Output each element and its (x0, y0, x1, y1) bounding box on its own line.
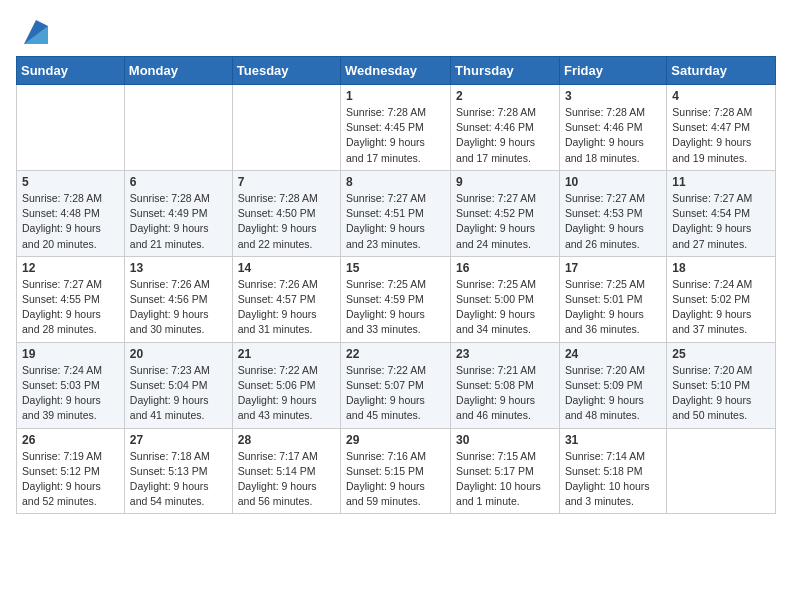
day-cell: 7Sunrise: 7:28 AM Sunset: 4:50 PM Daylig… (232, 170, 340, 256)
week-row-3: 12Sunrise: 7:27 AM Sunset: 4:55 PM Dayli… (17, 256, 776, 342)
day-cell: 24Sunrise: 7:20 AM Sunset: 5:09 PM Dayli… (559, 342, 666, 428)
day-cell: 9Sunrise: 7:27 AM Sunset: 4:52 PM Daylig… (451, 170, 560, 256)
day-number: 2 (456, 89, 554, 103)
day-cell: 6Sunrise: 7:28 AM Sunset: 4:49 PM Daylig… (124, 170, 232, 256)
day-cell: 15Sunrise: 7:25 AM Sunset: 4:59 PM Dayli… (341, 256, 451, 342)
week-row-5: 26Sunrise: 7:19 AM Sunset: 5:12 PM Dayli… (17, 428, 776, 514)
day-info: Sunrise: 7:20 AM Sunset: 5:09 PM Dayligh… (565, 363, 661, 424)
day-number: 13 (130, 261, 227, 275)
day-number: 12 (22, 261, 119, 275)
day-number: 29 (346, 433, 445, 447)
day-number: 25 (672, 347, 770, 361)
day-cell (17, 85, 125, 171)
col-header-monday: Monday (124, 57, 232, 85)
day-number: 19 (22, 347, 119, 361)
day-info: Sunrise: 7:25 AM Sunset: 4:59 PM Dayligh… (346, 277, 445, 338)
col-header-sunday: Sunday (17, 57, 125, 85)
page-header (16, 16, 776, 48)
day-cell: 10Sunrise: 7:27 AM Sunset: 4:53 PM Dayli… (559, 170, 666, 256)
day-number: 28 (238, 433, 335, 447)
day-cell: 18Sunrise: 7:24 AM Sunset: 5:02 PM Dayli… (667, 256, 776, 342)
day-cell: 19Sunrise: 7:24 AM Sunset: 5:03 PM Dayli… (17, 342, 125, 428)
day-cell (124, 85, 232, 171)
day-info: Sunrise: 7:21 AM Sunset: 5:08 PM Dayligh… (456, 363, 554, 424)
day-info: Sunrise: 7:20 AM Sunset: 5:10 PM Dayligh… (672, 363, 770, 424)
day-cell: 12Sunrise: 7:27 AM Sunset: 4:55 PM Dayli… (17, 256, 125, 342)
day-cell (667, 428, 776, 514)
day-cell: 30Sunrise: 7:15 AM Sunset: 5:17 PM Dayli… (451, 428, 560, 514)
day-info: Sunrise: 7:27 AM Sunset: 4:55 PM Dayligh… (22, 277, 119, 338)
day-number: 23 (456, 347, 554, 361)
day-cell: 22Sunrise: 7:22 AM Sunset: 5:07 PM Dayli… (341, 342, 451, 428)
day-cell: 16Sunrise: 7:25 AM Sunset: 5:00 PM Dayli… (451, 256, 560, 342)
day-cell: 3Sunrise: 7:28 AM Sunset: 4:46 PM Daylig… (559, 85, 666, 171)
day-cell: 29Sunrise: 7:16 AM Sunset: 5:15 PM Dayli… (341, 428, 451, 514)
day-info: Sunrise: 7:18 AM Sunset: 5:13 PM Dayligh… (130, 449, 227, 510)
calendar-table: SundayMondayTuesdayWednesdayThursdayFrid… (16, 56, 776, 514)
day-cell (232, 85, 340, 171)
day-number: 1 (346, 89, 445, 103)
calendar-header-row: SundayMondayTuesdayWednesdayThursdayFrid… (17, 57, 776, 85)
day-number: 24 (565, 347, 661, 361)
day-info: Sunrise: 7:28 AM Sunset: 4:50 PM Dayligh… (238, 191, 335, 252)
day-info: Sunrise: 7:26 AM Sunset: 4:57 PM Dayligh… (238, 277, 335, 338)
col-header-saturday: Saturday (667, 57, 776, 85)
week-row-1: 1Sunrise: 7:28 AM Sunset: 4:45 PM Daylig… (17, 85, 776, 171)
day-cell: 21Sunrise: 7:22 AM Sunset: 5:06 PM Dayli… (232, 342, 340, 428)
week-row-2: 5Sunrise: 7:28 AM Sunset: 4:48 PM Daylig… (17, 170, 776, 256)
day-number: 10 (565, 175, 661, 189)
day-cell: 11Sunrise: 7:27 AM Sunset: 4:54 PM Dayli… (667, 170, 776, 256)
col-header-friday: Friday (559, 57, 666, 85)
day-cell: 14Sunrise: 7:26 AM Sunset: 4:57 PM Dayli… (232, 256, 340, 342)
day-info: Sunrise: 7:16 AM Sunset: 5:15 PM Dayligh… (346, 449, 445, 510)
col-header-thursday: Thursday (451, 57, 560, 85)
day-info: Sunrise: 7:27 AM Sunset: 4:54 PM Dayligh… (672, 191, 770, 252)
day-info: Sunrise: 7:14 AM Sunset: 5:18 PM Dayligh… (565, 449, 661, 510)
day-number: 7 (238, 175, 335, 189)
day-info: Sunrise: 7:28 AM Sunset: 4:46 PM Dayligh… (456, 105, 554, 166)
day-cell: 4Sunrise: 7:28 AM Sunset: 4:47 PM Daylig… (667, 85, 776, 171)
day-info: Sunrise: 7:27 AM Sunset: 4:53 PM Dayligh… (565, 191, 661, 252)
day-info: Sunrise: 7:24 AM Sunset: 5:03 PM Dayligh… (22, 363, 119, 424)
day-number: 30 (456, 433, 554, 447)
day-number: 18 (672, 261, 770, 275)
day-info: Sunrise: 7:28 AM Sunset: 4:49 PM Dayligh… (130, 191, 227, 252)
day-cell: 17Sunrise: 7:25 AM Sunset: 5:01 PM Dayli… (559, 256, 666, 342)
day-info: Sunrise: 7:28 AM Sunset: 4:45 PM Dayligh… (346, 105, 445, 166)
logo-icon (20, 16, 52, 48)
day-number: 5 (22, 175, 119, 189)
day-info: Sunrise: 7:28 AM Sunset: 4:46 PM Dayligh… (565, 105, 661, 166)
day-info: Sunrise: 7:27 AM Sunset: 4:52 PM Dayligh… (456, 191, 554, 252)
day-number: 11 (672, 175, 770, 189)
week-row-4: 19Sunrise: 7:24 AM Sunset: 5:03 PM Dayli… (17, 342, 776, 428)
logo (16, 16, 52, 48)
day-number: 8 (346, 175, 445, 189)
day-number: 26 (22, 433, 119, 447)
day-number: 16 (456, 261, 554, 275)
day-info: Sunrise: 7:19 AM Sunset: 5:12 PM Dayligh… (22, 449, 119, 510)
day-cell: 31Sunrise: 7:14 AM Sunset: 5:18 PM Dayli… (559, 428, 666, 514)
day-info: Sunrise: 7:23 AM Sunset: 5:04 PM Dayligh… (130, 363, 227, 424)
day-info: Sunrise: 7:25 AM Sunset: 5:00 PM Dayligh… (456, 277, 554, 338)
day-number: 6 (130, 175, 227, 189)
day-info: Sunrise: 7:26 AM Sunset: 4:56 PM Dayligh… (130, 277, 227, 338)
day-info: Sunrise: 7:22 AM Sunset: 5:07 PM Dayligh… (346, 363, 445, 424)
day-number: 14 (238, 261, 335, 275)
day-number: 9 (456, 175, 554, 189)
day-number: 15 (346, 261, 445, 275)
day-number: 20 (130, 347, 227, 361)
day-cell: 25Sunrise: 7:20 AM Sunset: 5:10 PM Dayli… (667, 342, 776, 428)
day-number: 4 (672, 89, 770, 103)
day-cell: 27Sunrise: 7:18 AM Sunset: 5:13 PM Dayli… (124, 428, 232, 514)
day-number: 3 (565, 89, 661, 103)
day-info: Sunrise: 7:15 AM Sunset: 5:17 PM Dayligh… (456, 449, 554, 510)
day-info: Sunrise: 7:22 AM Sunset: 5:06 PM Dayligh… (238, 363, 335, 424)
day-number: 31 (565, 433, 661, 447)
day-cell: 26Sunrise: 7:19 AM Sunset: 5:12 PM Dayli… (17, 428, 125, 514)
day-number: 17 (565, 261, 661, 275)
day-cell: 23Sunrise: 7:21 AM Sunset: 5:08 PM Dayli… (451, 342, 560, 428)
day-number: 27 (130, 433, 227, 447)
day-cell: 28Sunrise: 7:17 AM Sunset: 5:14 PM Dayli… (232, 428, 340, 514)
day-number: 22 (346, 347, 445, 361)
col-header-wednesday: Wednesday (341, 57, 451, 85)
